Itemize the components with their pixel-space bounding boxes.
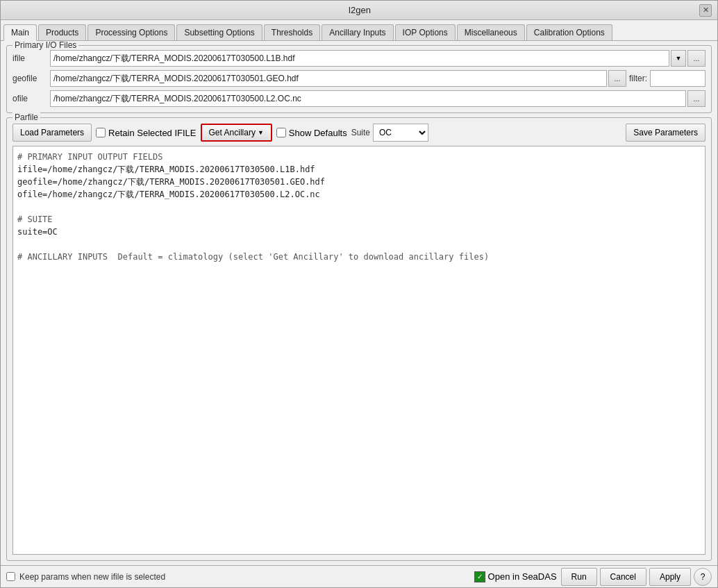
tab-products[interactable]: Products bbox=[38, 24, 86, 40]
tab-ancillary-inputs[interactable]: Ancillary Inputs bbox=[322, 24, 393, 40]
ifile-browse-btn[interactable]: ... bbox=[687, 50, 706, 67]
geofile-input[interactable] bbox=[50, 70, 607, 87]
footer-buttons: Run Cancel Apply ? bbox=[561, 568, 712, 586]
main-content: Primary I/O Files ifile ▼ ... geofile ..… bbox=[1, 41, 717, 565]
parfile-text-area[interactable]: # PRIMARY INPUT OUTPUT FIELDSifile=/home… bbox=[12, 146, 706, 555]
open-seadas-label: Open in SeaDAS bbox=[488, 571, 557, 582]
keep-params-label: Keep params when new ifile is selected bbox=[19, 572, 165, 582]
geofile-row: geofile ... filter: bbox=[12, 70, 706, 87]
suite-label: Suite bbox=[351, 128, 370, 137]
bottom-left: Keep params when new ifile is selected bbox=[6, 572, 165, 582]
tab-subsetting-options[interactable]: Subsetting Options bbox=[176, 24, 262, 40]
parfile-group: Parfile Load Parameters Retain Selected … bbox=[6, 117, 712, 561]
retain-ifile-label: Retain Selected IFILE bbox=[108, 128, 196, 138]
suite-select[interactable]: OC OC2 IOP SST bbox=[373, 124, 428, 142]
ifile-label: ifile bbox=[12, 53, 47, 63]
tabs-bar: Main Products Processing Options Subsett… bbox=[1, 20, 717, 41]
geofile-label: geofile bbox=[12, 74, 47, 83]
ofile-input-wrap: ... bbox=[50, 90, 706, 107]
ifile-dropdown-btn[interactable]: ▼ bbox=[671, 50, 686, 67]
tab-iop-options[interactable]: IOP Options bbox=[395, 24, 456, 40]
ofile-browse-btn[interactable]: ... bbox=[687, 90, 706, 107]
open-seadas-wrap: ✓ Open in SeaDAS bbox=[474, 571, 557, 582]
tab-processing-options[interactable]: Processing Options bbox=[87, 24, 175, 40]
ifile-row: ifile ▼ ... bbox=[12, 50, 706, 67]
cancel-button[interactable]: Cancel bbox=[600, 568, 646, 586]
tab-miscellaneous[interactable]: Miscellaneous bbox=[457, 24, 525, 40]
tab-thresholds[interactable]: Thresholds bbox=[264, 24, 320, 40]
toolbar-row: Load Parameters Retain Selected IFILE Ge… bbox=[12, 124, 706, 142]
show-defaults-label: Show Defaults bbox=[289, 128, 347, 138]
bottom-bar: Keep params when new ifile is selected ✓… bbox=[1, 565, 717, 587]
primary-io-group: Primary I/O Files ifile ▼ ... geofile ..… bbox=[6, 45, 712, 113]
main-window: l2gen ✕ Main Products Processing Options… bbox=[0, 0, 718, 588]
ifile-input[interactable] bbox=[50, 50, 669, 67]
help-button[interactable]: ? bbox=[694, 568, 712, 586]
geofile-input-wrap: ... bbox=[50, 70, 626, 87]
filter-input[interactable] bbox=[650, 70, 706, 87]
show-defaults-checkbox[interactable] bbox=[276, 128, 286, 137]
keep-params-checkbox[interactable] bbox=[6, 572, 15, 581]
retain-ifile-checkbox[interactable] bbox=[96, 128, 106, 137]
show-defaults-wrap: Show Defaults bbox=[276, 128, 347, 138]
geofile-browse-btn[interactable]: ... bbox=[608, 70, 626, 87]
open-seadas-checkbox[interactable]: ✓ bbox=[474, 571, 485, 582]
ofile-input[interactable] bbox=[50, 90, 686, 107]
get-ancillary-button[interactable]: Get Ancillary ▼ bbox=[201, 124, 272, 142]
save-parameters-button[interactable]: Save Parameters bbox=[626, 124, 706, 142]
ofile-row: ofile ... bbox=[12, 90, 706, 107]
filter-label: filter: bbox=[629, 74, 647, 83]
load-parameters-button[interactable]: Load Parameters bbox=[12, 124, 92, 142]
window-title: l2gen bbox=[20, 5, 699, 15]
primary-io-label: Primary I/O Files bbox=[12, 41, 78, 50]
close-button[interactable]: ✕ bbox=[699, 4, 712, 17]
title-bar: l2gen ✕ bbox=[1, 1, 717, 20]
run-button[interactable]: Run bbox=[561, 568, 597, 586]
ofile-label: ofile bbox=[12, 94, 47, 103]
retain-ifile-wrap: Retain Selected IFILE bbox=[96, 128, 196, 138]
bottom-right: ✓ Open in SeaDAS Run Cancel Apply ? bbox=[474, 568, 712, 586]
apply-button[interactable]: Apply bbox=[649, 568, 691, 586]
suite-wrap: Suite OC OC2 IOP SST bbox=[351, 124, 428, 142]
parfile-label: Parfile bbox=[12, 112, 40, 122]
ifile-input-wrap: ▼ ... bbox=[50, 50, 706, 67]
tab-calibration-options[interactable]: Calibration Options bbox=[526, 24, 612, 40]
tab-main[interactable]: Main bbox=[3, 24, 37, 41]
